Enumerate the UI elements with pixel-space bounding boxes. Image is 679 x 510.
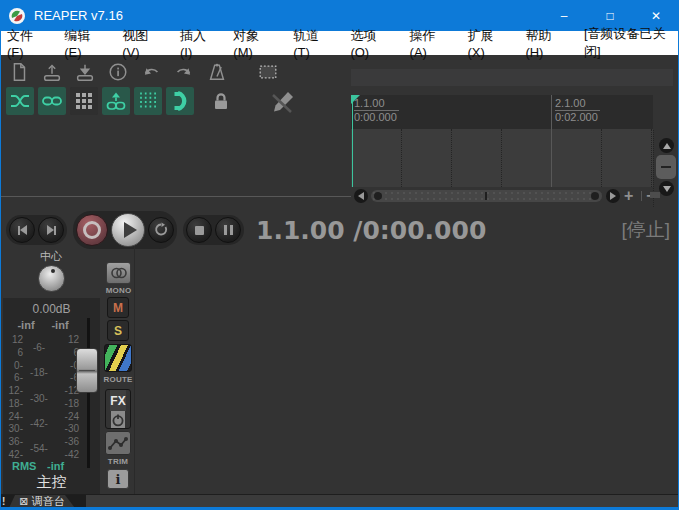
go-to-start-button[interactable] (9, 217, 35, 243)
master-track-name[interactable]: 主控 (3, 473, 100, 492)
loop-button[interactable] (148, 217, 174, 243)
volume-fader-handle[interactable] (76, 348, 98, 393)
project-settings-icon[interactable] (105, 59, 130, 84)
play-icon (124, 222, 137, 238)
pan-label: 中心 (30, 249, 72, 264)
track-info-button[interactable]: i (107, 469, 129, 489)
zoom-in-button[interactable]: + (624, 188, 633, 204)
close-box-icon: ⊠ (19, 495, 28, 507)
scroll-left-button[interactable] (354, 189, 368, 203)
scrollbar-corner (650, 192, 660, 198)
menu-edit[interactable]: 编辑(E) (64, 27, 103, 60)
reaper-logo-icon (8, 7, 26, 25)
ripple-edit-pencil-icon[interactable] (269, 87, 297, 115)
grid-line (651, 129, 652, 187)
menu-track[interactable]: 轨道(T) (293, 27, 331, 60)
power-icon (111, 413, 125, 427)
grid-toggle-icon[interactable] (134, 87, 162, 115)
stop-button[interactable] (186, 217, 212, 243)
menu-item[interactable]: 对象(M) (233, 27, 274, 60)
auto-crossfade-icon[interactable] (6, 87, 34, 115)
mono-button[interactable] (106, 262, 131, 284)
marquee-select-icon[interactable] (255, 59, 280, 84)
envelope-link-icon[interactable] (102, 87, 130, 115)
scrollbar-end-knob[interactable] (374, 192, 382, 200)
record-button[interactable] (76, 214, 108, 246)
edit-cursor (352, 95, 353, 187)
mono-icon (108, 264, 130, 282)
window-title: REAPER v7.16 (34, 8, 123, 23)
menu-view[interactable]: 视图(V) (122, 27, 161, 60)
audio-device-status[interactable]: [音频设备已关闭] (584, 25, 672, 61)
metronome-icon[interactable] (204, 59, 229, 84)
rms-label: RMS (12, 460, 36, 472)
meter-scale-mid: -6--18- -30--42- -54- (25, 342, 53, 454)
save-project-icon[interactable] (72, 59, 97, 84)
scroll-right-button[interactable] (606, 189, 620, 203)
scrollbar-end-knob[interactable] (591, 192, 599, 200)
go-to-end-icon (47, 225, 54, 235)
transport-group (183, 215, 244, 245)
grid-line (451, 129, 452, 187)
fx-label[interactable]: FX (110, 390, 125, 411)
menu-help[interactable]: 帮助(H) (525, 27, 565, 60)
open-project-icon[interactable] (39, 59, 64, 84)
record-icon (83, 221, 101, 239)
menu-extensions[interactable]: 扩展(X) (467, 27, 506, 60)
measure-line (551, 129, 552, 187)
ruler-marker: 1.1.00 0:00.000 (354, 97, 399, 124)
mute-button[interactable]: M (107, 297, 129, 318)
meter-scale-left: 126 0-6- 12-18- 24-30- 36-42- (3, 334, 23, 460)
reaper-window: REAPER v7.16 – □ ✕ 文件(F) 编辑(E) 视图(V) 插入(… (0, 0, 679, 510)
ruler-beat-label: 2.1.00 (555, 97, 600, 111)
scrollbar-track[interactable] (371, 190, 602, 202)
snap-magnet-icon[interactable] (166, 87, 194, 115)
menu-options[interactable]: 选项(O) (350, 27, 390, 60)
lock-icon[interactable] (207, 87, 235, 115)
volume-fader-track[interactable] (87, 318, 90, 468)
knob-indicator (51, 269, 55, 273)
fx-bypass-button[interactable] (111, 411, 125, 428)
vertical-zoom-button[interactable] (656, 155, 676, 179)
pause-icon (224, 225, 227, 235)
trim-envelope-button[interactable] (105, 431, 131, 455)
master-meter[interactable]: 0.00dB -inf -inf 126 0-6- 12-18- 24-30- … (3, 298, 100, 494)
route-caption: ROUTE (97, 375, 139, 384)
timeline-ruler[interactable]: 1.1.00 0:00.000 2.1.00 0:02.000 (351, 95, 653, 129)
pan-knob[interactable] (38, 265, 65, 292)
ruler-measure-tick (551, 95, 552, 129)
item-link-icon[interactable] (38, 87, 66, 115)
vscroll-down-button[interactable] (659, 181, 674, 196)
ruler-time-label: 0:02.000 (555, 111, 598, 123)
item-grouping-icon[interactable] (70, 87, 98, 115)
go-to-end-button[interactable] (38, 217, 64, 243)
menu-insert[interactable]: 插入(I) (180, 27, 214, 60)
peak-right-value: -inf (45, 319, 75, 331)
grid-line (501, 129, 502, 187)
scrollbar-center-mark (485, 192, 487, 200)
panel-edge (134, 246, 135, 494)
menu-file[interactable]: 文件(F) (7, 27, 45, 60)
minus-icon (661, 166, 671, 168)
route-button[interactable] (104, 344, 132, 372)
fx-button[interactable]: FX (105, 389, 131, 429)
automation-nodes-icon (107, 433, 129, 453)
status-bar: ! ⊠ 调音台 (0, 494, 679, 507)
master-track-panel: 中心 0.00dB -inf -inf 126 0-6- 12-18- 24-3… (0, 246, 134, 494)
new-project-icon[interactable] (6, 59, 31, 84)
window-border (0, 31, 1, 510)
down-arrow-icon (663, 186, 671, 192)
menu-actions[interactable]: 操作(A) (410, 27, 449, 60)
vscroll-up-button[interactable] (659, 138, 674, 153)
ruler-marker: 2.1.00 0:02.000 (555, 97, 600, 124)
undo-icon[interactable] (138, 59, 163, 84)
redo-icon[interactable] (171, 59, 196, 84)
rms-value: -inf (47, 460, 64, 472)
right-arrow-icon (610, 192, 616, 200)
transport-position-display[interactable]: 1.1.00 /0:00.000 (256, 216, 486, 245)
solo-button[interactable]: S (107, 320, 129, 341)
arrange-view[interactable] (351, 129, 653, 187)
play-button[interactable] (111, 213, 145, 247)
menu-bar: 文件(F) 编辑(E) 视图(V) 插入(I) 对象(M) 轨道(T) 选项(O… (0, 31, 679, 55)
pause-button[interactable] (215, 217, 241, 243)
